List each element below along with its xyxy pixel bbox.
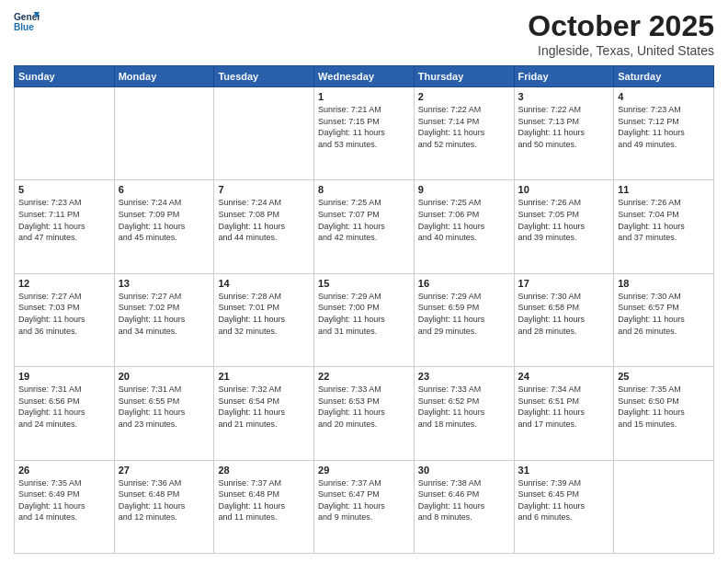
day-number: 16 bbox=[418, 278, 510, 289]
day-number: 23 bbox=[418, 371, 510, 382]
calendar-cell: 3Sunrise: 7:22 AM Sunset: 7:13 PM Daylig… bbox=[514, 87, 614, 180]
title-block: October 2025 Ingleside, Texas, United St… bbox=[528, 9, 714, 58]
calendar-cell: 9Sunrise: 7:25 AM Sunset: 7:06 PM Daylig… bbox=[414, 180, 514, 273]
day-info: Sunrise: 7:22 AM Sunset: 7:13 PM Dayligh… bbox=[518, 104, 610, 150]
day-info: Sunrise: 7:35 AM Sunset: 6:50 PM Dayligh… bbox=[618, 384, 710, 430]
day-number: 31 bbox=[518, 465, 610, 476]
calendar-cell: 27Sunrise: 7:36 AM Sunset: 6:48 PM Dayli… bbox=[114, 460, 214, 553]
month-title: October 2025 bbox=[528, 9, 714, 43]
day-number: 22 bbox=[318, 371, 410, 382]
calendar-cell: 15Sunrise: 7:29 AM Sunset: 7:00 PM Dayli… bbox=[314, 273, 415, 366]
calendar-cell: 12Sunrise: 7:27 AM Sunset: 7:03 PM Dayli… bbox=[15, 273, 115, 366]
day-info: Sunrise: 7:38 AM Sunset: 6:46 PM Dayligh… bbox=[418, 477, 510, 523]
day-number: 11 bbox=[618, 184, 710, 195]
calendar-week-4: 19Sunrise: 7:31 AM Sunset: 6:56 PM Dayli… bbox=[15, 367, 714, 460]
day-info: Sunrise: 7:29 AM Sunset: 7:00 PM Dayligh… bbox=[318, 291, 410, 337]
day-number: 18 bbox=[618, 278, 710, 289]
day-number: 6 bbox=[119, 184, 210, 195]
day-number: 19 bbox=[18, 371, 110, 382]
col-saturday: Saturday bbox=[614, 66, 714, 87]
day-number: 12 bbox=[18, 278, 110, 289]
day-info: Sunrise: 7:37 AM Sunset: 6:47 PM Dayligh… bbox=[318, 477, 410, 523]
day-info: Sunrise: 7:26 AM Sunset: 7:05 PM Dayligh… bbox=[518, 197, 610, 243]
day-number: 21 bbox=[218, 371, 310, 382]
calendar-cell: 28Sunrise: 7:37 AM Sunset: 6:48 PM Dayli… bbox=[214, 460, 314, 553]
day-info: Sunrise: 7:33 AM Sunset: 6:53 PM Dayligh… bbox=[318, 384, 410, 430]
day-number: 14 bbox=[218, 278, 310, 289]
calendar-cell: 21Sunrise: 7:32 AM Sunset: 6:54 PM Dayli… bbox=[214, 367, 314, 460]
day-info: Sunrise: 7:22 AM Sunset: 7:14 PM Dayligh… bbox=[418, 104, 510, 150]
col-thursday: Thursday bbox=[414, 66, 514, 87]
day-info: Sunrise: 7:23 AM Sunset: 7:11 PM Dayligh… bbox=[18, 197, 110, 243]
calendar-cell: 22Sunrise: 7:33 AM Sunset: 6:53 PM Dayli… bbox=[314, 367, 415, 460]
day-number: 24 bbox=[518, 371, 610, 382]
calendar-cell: 24Sunrise: 7:34 AM Sunset: 6:51 PM Dayli… bbox=[514, 367, 614, 460]
calendar-cell: 18Sunrise: 7:30 AM Sunset: 6:57 PM Dayli… bbox=[614, 273, 714, 366]
calendar-week-2: 5Sunrise: 7:23 AM Sunset: 7:11 PM Daylig… bbox=[15, 180, 714, 273]
calendar-cell: 5Sunrise: 7:23 AM Sunset: 7:11 PM Daylig… bbox=[15, 180, 115, 273]
col-friday: Friday bbox=[514, 66, 614, 87]
day-info: Sunrise: 7:24 AM Sunset: 7:09 PM Dayligh… bbox=[119, 197, 210, 243]
header: General Blue October 2025 Ingleside, Tex… bbox=[14, 9, 714, 58]
day-info: Sunrise: 7:33 AM Sunset: 6:52 PM Dayligh… bbox=[418, 384, 510, 430]
day-number: 1 bbox=[318, 91, 410, 102]
day-number: 3 bbox=[518, 91, 610, 102]
day-number: 5 bbox=[18, 184, 110, 195]
day-info: Sunrise: 7:36 AM Sunset: 6:48 PM Dayligh… bbox=[119, 477, 210, 523]
calendar-cell: 30Sunrise: 7:38 AM Sunset: 6:46 PM Dayli… bbox=[414, 460, 514, 553]
calendar-cell: 29Sunrise: 7:37 AM Sunset: 6:47 PM Dayli… bbox=[314, 460, 415, 553]
calendar-cell bbox=[15, 87, 115, 180]
calendar-table: Sunday Monday Tuesday Wednesday Thursday… bbox=[14, 65, 714, 554]
col-tuesday: Tuesday bbox=[214, 66, 314, 87]
day-number: 2 bbox=[418, 91, 510, 102]
calendar-cell: 4Sunrise: 7:23 AM Sunset: 7:12 PM Daylig… bbox=[614, 87, 714, 180]
calendar-cell: 6Sunrise: 7:24 AM Sunset: 7:09 PM Daylig… bbox=[114, 180, 214, 273]
calendar-header-row: Sunday Monday Tuesday Wednesday Thursday… bbox=[15, 66, 714, 87]
day-number: 30 bbox=[418, 465, 510, 476]
day-number: 26 bbox=[18, 465, 110, 476]
calendar-cell: 16Sunrise: 7:29 AM Sunset: 6:59 PM Dayli… bbox=[414, 273, 514, 366]
svg-text:Blue: Blue bbox=[14, 22, 34, 32]
day-info: Sunrise: 7:25 AM Sunset: 7:06 PM Dayligh… bbox=[418, 197, 510, 243]
day-number: 17 bbox=[518, 278, 610, 289]
day-info: Sunrise: 7:27 AM Sunset: 7:03 PM Dayligh… bbox=[18, 291, 110, 337]
calendar-cell: 1Sunrise: 7:21 AM Sunset: 7:15 PM Daylig… bbox=[314, 87, 415, 180]
day-info: Sunrise: 7:39 AM Sunset: 6:45 PM Dayligh… bbox=[518, 477, 610, 523]
day-number: 15 bbox=[318, 278, 410, 289]
day-info: Sunrise: 7:24 AM Sunset: 7:08 PM Dayligh… bbox=[218, 197, 310, 243]
calendar-cell: 13Sunrise: 7:27 AM Sunset: 7:02 PM Dayli… bbox=[114, 273, 214, 366]
day-info: Sunrise: 7:32 AM Sunset: 6:54 PM Dayligh… bbox=[218, 384, 310, 430]
logo: General Blue bbox=[14, 9, 40, 35]
day-number: 10 bbox=[518, 184, 610, 195]
day-info: Sunrise: 7:21 AM Sunset: 7:15 PM Dayligh… bbox=[318, 104, 410, 150]
day-number: 13 bbox=[119, 278, 210, 289]
day-number: 9 bbox=[418, 184, 510, 195]
logo-icon: General Blue bbox=[14, 9, 40, 35]
day-info: Sunrise: 7:30 AM Sunset: 6:58 PM Dayligh… bbox=[518, 291, 610, 337]
col-wednesday: Wednesday bbox=[314, 66, 415, 87]
calendar-cell bbox=[114, 87, 214, 180]
calendar-cell: 23Sunrise: 7:33 AM Sunset: 6:52 PM Dayli… bbox=[414, 367, 514, 460]
day-number: 4 bbox=[618, 91, 710, 102]
calendar-cell: 25Sunrise: 7:35 AM Sunset: 6:50 PM Dayli… bbox=[614, 367, 714, 460]
calendar-cell bbox=[614, 460, 714, 553]
calendar-cell: 20Sunrise: 7:31 AM Sunset: 6:55 PM Dayli… bbox=[114, 367, 214, 460]
calendar-cell: 10Sunrise: 7:26 AM Sunset: 7:05 PM Dayli… bbox=[514, 180, 614, 273]
calendar-week-1: 1Sunrise: 7:21 AM Sunset: 7:15 PM Daylig… bbox=[15, 87, 714, 180]
calendar-week-3: 12Sunrise: 7:27 AM Sunset: 7:03 PM Dayli… bbox=[15, 273, 714, 366]
calendar-cell: 19Sunrise: 7:31 AM Sunset: 6:56 PM Dayli… bbox=[15, 367, 115, 460]
day-number: 28 bbox=[218, 465, 310, 476]
day-number: 20 bbox=[119, 371, 210, 382]
location: Ingleside, Texas, United States bbox=[528, 43, 714, 58]
day-info: Sunrise: 7:35 AM Sunset: 6:49 PM Dayligh… bbox=[18, 477, 110, 523]
day-info: Sunrise: 7:27 AM Sunset: 7:02 PM Dayligh… bbox=[119, 291, 210, 337]
day-info: Sunrise: 7:26 AM Sunset: 7:04 PM Dayligh… bbox=[618, 197, 710, 243]
day-info: Sunrise: 7:29 AM Sunset: 6:59 PM Dayligh… bbox=[418, 291, 510, 337]
day-info: Sunrise: 7:37 AM Sunset: 6:48 PM Dayligh… bbox=[218, 477, 310, 523]
day-number: 27 bbox=[119, 465, 210, 476]
col-monday: Monday bbox=[114, 66, 214, 87]
day-info: Sunrise: 7:25 AM Sunset: 7:07 PM Dayligh… bbox=[318, 197, 410, 243]
day-info: Sunrise: 7:31 AM Sunset: 6:55 PM Dayligh… bbox=[119, 384, 210, 430]
calendar-cell: 7Sunrise: 7:24 AM Sunset: 7:08 PM Daylig… bbox=[214, 180, 314, 273]
page: General Blue October 2025 Ingleside, Tex… bbox=[0, 0, 728, 563]
